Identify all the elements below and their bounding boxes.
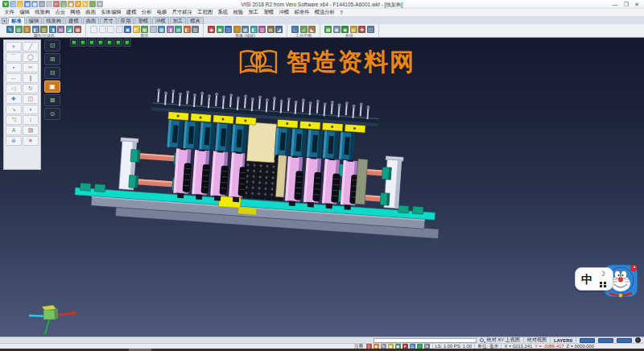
clipboard-icon[interactable]: ▤ <box>267 26 275 33</box>
dimension-icon[interactable]: ↕ <box>23 115 39 125</box>
tab-mold[interactable]: 塑模 <box>134 17 151 24</box>
menu-item-verify[interactable]: 校验 <box>230 9 246 16</box>
layer-icon[interactable]: ≣ <box>6 136 22 146</box>
print-preview-icon[interactable]: ◻ <box>46 1 52 7</box>
snapshot-icon[interactable]: ◉ <box>208 26 215 33</box>
axonometric-view-icon[interactable] <box>70 39 78 47</box>
tab-modeling[interactable]: 建模 <box>65 17 82 24</box>
paste-icon[interactable]: ▣ <box>68 1 74 7</box>
attr-pencil-icon[interactable]: ✎ <box>6 26 14 33</box>
arc-icon[interactable]: ⌒ <box>6 52 22 62</box>
menu-item-surface[interactable]: 曲面 <box>83 9 98 16</box>
copy-icon[interactable]: ◫ <box>60 1 67 7</box>
right-view-icon[interactable] <box>105 39 114 47</box>
ribbon-overflow-icon[interactable]: ▾ <box>2 18 7 24</box>
zoom-all-icon[interactable]: ⊞ <box>44 53 60 65</box>
shaded-view-icon[interactable]: ▣ <box>44 81 60 93</box>
record-icon[interactable]: ▣ <box>217 26 224 33</box>
fillet-icon[interactable]: ◗ <box>23 105 39 114</box>
new-file-icon[interactable]: ❏ <box>10 1 16 7</box>
ime-language-indicator[interactable]: 中 <box>581 273 592 287</box>
front-view-icon[interactable] <box>97 39 105 47</box>
maximize-button[interactable]: ❒ <box>624 1 629 8</box>
print-icon[interactable]: ▭ <box>39 1 45 7</box>
tab-machining[interactable]: 加工 <box>170 17 187 24</box>
undo-icon[interactable]: ↺ <box>75 1 81 7</box>
tab-edit[interactable]: 编辑 <box>26 17 43 24</box>
menu-item-dimension[interactable]: 尺寸标注 <box>170 9 196 16</box>
tab-surface[interactable]: 曲面 <box>83 17 100 24</box>
menu-item-edit[interactable]: 编辑 <box>17 9 32 16</box>
point-icon[interactable]: • <box>6 63 22 72</box>
top-view-icon[interactable] <box>88 39 96 47</box>
tab-die[interactable]: 冲模 <box>152 17 169 24</box>
system-grid-icon[interactable]: ▦ <box>324 26 332 33</box>
system-table-icon[interactable]: ▤ <box>350 26 357 33</box>
tab-standard[interactable]: 标准 <box>8 17 25 24</box>
mirror-icon[interactable]: ◁ <box>6 84 22 93</box>
workplane-yz-icon[interactable]: ⊿ <box>300 26 308 33</box>
shade-purple-icon[interactable]: ◨ <box>167 26 174 33</box>
attr-brush-icon[interactable]: ▨ <box>15 26 23 33</box>
open-file-icon[interactable]: ◱ <box>17 1 23 7</box>
move-icon[interactable]: ✚ <box>6 94 22 104</box>
shade-green-icon[interactable]: ▦ <box>141 26 148 33</box>
view-shaded-icon[interactable]: ◻ <box>107 26 114 33</box>
zoom-out-icon[interactable]: ⊟ <box>44 67 60 79</box>
camera-icon[interactable]: ◫ <box>225 26 232 33</box>
tab-wireframe[interactable]: 线架构 <box>43 17 64 24</box>
movie-icon[interactable]: ◪ <box>275 26 283 33</box>
ime-moon-icon[interactable]: ☽ <box>599 270 605 278</box>
line-icon[interactable]: ╱ <box>23 42 39 52</box>
shade-yellow-icon[interactable]: ◩ <box>133 26 140 33</box>
left-view-icon[interactable] <box>114 39 122 47</box>
shade-blue-icon[interactable]: ▩ <box>158 26 165 33</box>
status-chip[interactable] <box>617 338 632 343</box>
menu-item-moldflow[interactable]: 模流分析 <box>312 9 338 16</box>
system-panel-icon[interactable]: ◫ <box>367 26 374 33</box>
menu-item-electrode[interactable]: 电极 <box>155 9 170 16</box>
filter-line-icon[interactable]: ▥ <box>40 26 47 33</box>
menu-item-machining[interactable]: 加工 <box>246 9 261 16</box>
chamfer-icon[interactable]: ◹ <box>6 115 22 125</box>
print-view-icon[interactable]: ▥ <box>258 26 266 33</box>
gallery-icon[interactable]: ▦ <box>242 26 249 33</box>
save-all-icon[interactable]: ▩ <box>31 1 38 7</box>
menu-item-system[interactable]: 系统 <box>215 9 230 16</box>
shade-slate-icon[interactable]: ▥ <box>192 26 199 33</box>
select-icon[interactable]: ⌖ <box>6 42 22 52</box>
redo-icon[interactable]: ↻ <box>82 1 89 7</box>
tab-dimension[interactable]: 尺寸 <box>100 17 117 24</box>
filter-group-icon[interactable]: ▤ <box>57 26 64 33</box>
wireframe-view-icon[interactable]: ⊠ <box>44 94 60 106</box>
trim-icon[interactable]: ✂ <box>23 63 39 72</box>
extend-icon[interactable]: ↔ <box>6 73 22 83</box>
view-rendered-icon[interactable]: ◻ <box>116 26 123 33</box>
view-hidden-icon[interactable]: ◻ <box>99 26 106 33</box>
text-icon[interactable]: A <box>6 126 22 135</box>
menu-item-file[interactable]: 文件 <box>2 9 17 16</box>
tab-application[interactable]: 应用 <box>118 17 134 24</box>
scale-icon[interactable]: ↘ <box>6 105 22 114</box>
filter-layer-icon[interactable]: ≡ <box>23 26 31 33</box>
delete-icon[interactable]: ✕ <box>23 136 39 146</box>
shade-solid-icon[interactable]: ▣ <box>124 26 131 33</box>
tab-mould[interactable]: 模具 <box>187 17 204 24</box>
filter-entity-icon[interactable]: ◨ <box>49 26 56 33</box>
ime-widget[interactable]: 中 ☽ <box>573 260 641 300</box>
system-window-icon[interactable]: ▣ <box>333 26 341 33</box>
copy-entity-icon[interactable]: ◫ <box>23 94 39 104</box>
shade-gray-icon[interactable]: ◫ <box>150 26 157 33</box>
menu-item-die[interactable]: 冲模 <box>276 9 291 16</box>
menu-item-point-cloud[interactable]: 点云 <box>52 9 68 16</box>
viewport-3d[interactable]: ⌖╱⌒◯•✂↔∥◁↻✚◫↘◗◹↕A▨≣✕ ⊡⊞⊟▣⊠⊙ 智造资料网 <box>0 38 644 337</box>
properties-icon[interactable]: ▦ <box>74 26 81 33</box>
status-chip[interactable] <box>598 338 613 343</box>
timer-icon[interactable]: ◔ <box>233 26 241 33</box>
menu-item-standard-parts[interactable]: 标准件 <box>291 9 312 16</box>
shade-teal-icon[interactable]: ▤ <box>175 26 182 33</box>
menu-item-analysis[interactable]: 分析 <box>139 9 155 16</box>
system-add-icon[interactable]: ✚ <box>358 26 365 33</box>
back-view-icon[interactable] <box>123 39 131 47</box>
color-indicator[interactable] <box>635 337 641 343</box>
